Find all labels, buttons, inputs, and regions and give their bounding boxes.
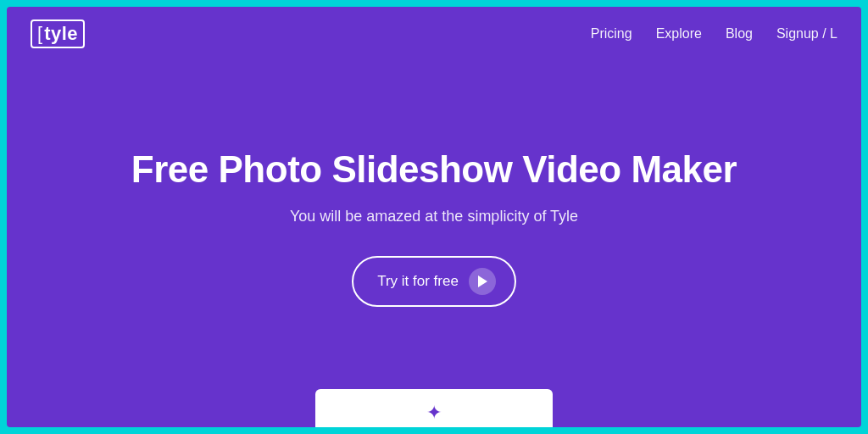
nav-item-pricing[interactable]: Pricing xyxy=(591,26,632,42)
bottom-card-peek: ✦ xyxy=(315,389,553,427)
nav-links: Pricing Explore Blog Signup / L xyxy=(591,26,837,42)
logo-bracket: [ xyxy=(37,25,42,43)
hero-section: Free Photo Slideshow Video Maker You wil… xyxy=(7,61,861,427)
main-container: [ tyle Pricing Explore Blog Signup / L F… xyxy=(7,7,861,427)
logo[interactable]: [ tyle xyxy=(31,19,85,48)
cta-button[interactable]: Try it for free xyxy=(352,256,516,307)
logo-text: tyle xyxy=(44,23,78,45)
cta-button-label: Try it for free xyxy=(377,273,459,290)
page-wrapper: [ tyle Pricing Explore Blog Signup / L F… xyxy=(0,0,868,434)
hero-title: Free Photo Slideshow Video Maker xyxy=(131,147,737,192)
nav-item-signup[interactable]: Signup / L xyxy=(776,26,837,42)
bottom-card-icon: ✦ xyxy=(426,402,442,424)
navbar: [ tyle Pricing Explore Blog Signup / L xyxy=(7,7,861,61)
play-icon xyxy=(469,268,496,295)
nav-item-blog[interactable]: Blog xyxy=(726,26,753,42)
hero-subtitle: You will be amazed at the simplicity of … xyxy=(290,208,578,225)
nav-item-explore[interactable]: Explore xyxy=(656,26,702,42)
